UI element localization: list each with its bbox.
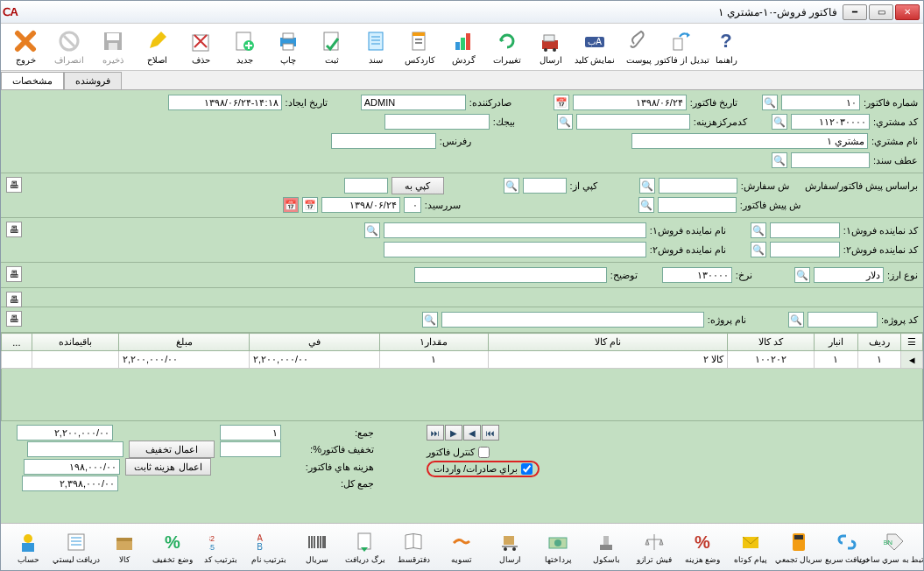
toolbar-doc[interactable]: سند (355, 25, 397, 68)
col-name[interactable]: نام کالا (488, 334, 727, 351)
export-import-check[interactable]: براي صادرات/ واردات (427, 461, 540, 477)
cell-remain[interactable] (32, 351, 118, 369)
desc-field[interactable] (414, 267, 607, 283)
cell-more[interactable] (2, 351, 32, 369)
apply-cost-button[interactable]: اعمال هزينه ثابت (125, 458, 211, 476)
section-print-icon-5[interactable]: 🖶 (6, 311, 22, 327)
bottom-goods[interactable]: کالا (101, 528, 148, 566)
bottom-by-name[interactable]: ABبترتيب نام (245, 528, 293, 566)
tab-seller[interactable]: فروشنده (64, 72, 122, 89)
rep2-code-field[interactable] (770, 242, 840, 257)
bottom-cost-status[interactable]: %وضع هزينه (679, 528, 726, 566)
toolbar-delete[interactable]: حذف (180, 25, 222, 68)
bottom-payments[interactable]: پرداختها (534, 528, 582, 566)
rate-field[interactable] (662, 267, 732, 283)
col-wh[interactable]: انبار (815, 334, 858, 351)
window-minimize-button[interactable]: ━ (843, 4, 867, 20)
bottom-scale[interactable]: باسکول (582, 528, 630, 566)
rep1-code-field[interactable] (770, 222, 840, 238)
toolbar-showkey[interactable]: Aبنمايش کليد (574, 25, 616, 68)
nav-first[interactable]: ⏮ (482, 425, 499, 441)
rep1-code-lookup[interactable]: 🔍 (751, 222, 766, 238)
cell-qty1[interactable]: ۱ (379, 351, 488, 369)
check-field[interactable] (384, 114, 490, 130)
bottom-agg-serial[interactable]: سريال تجمعي (775, 528, 822, 566)
due-date-picker1[interactable]: 📅 (302, 197, 318, 213)
col-qty1[interactable]: مقدار۱ (379, 334, 488, 351)
col-code[interactable]: کد کالا (727, 334, 814, 351)
bottom-disc-status[interactable]: %وضع تخفيف (149, 528, 196, 566)
cost-center-field[interactable] (576, 114, 690, 130)
cell-code[interactable]: ۱۰۰۲۰۲ (727, 351, 814, 369)
toolbar-send[interactable]: ارسال (530, 25, 572, 68)
toolbar-new[interactable]: جديد (223, 25, 265, 68)
toolbar-cancel[interactable]: انصراف (48, 25, 90, 68)
bottom-recv-list[interactable]: دريافت ليستي (53, 528, 100, 566)
invoice-date-field[interactable] (573, 95, 687, 110)
project-code-field[interactable] (808, 312, 878, 328)
cell-wh[interactable]: ۱ (815, 351, 858, 369)
col-price[interactable]: في (249, 334, 379, 351)
rep2-name-field[interactable] (384, 242, 646, 257)
invoice-no-lookup[interactable]: 🔍 (762, 95, 778, 110)
currency-field[interactable] (814, 267, 884, 283)
ctrl-invoice-check[interactable]: کنترل فاکتور (427, 447, 490, 458)
col-more[interactable]: ... (2, 334, 32, 351)
docref-field[interactable] (791, 152, 870, 168)
cell-name[interactable]: کالا ۲ (488, 351, 727, 369)
bottom-sms[interactable]: پيام کوتاه (727, 528, 774, 566)
items-grid[interactable]: ☰ رديف انبار کد کالا نام کالا مقدار۱ في … (1, 333, 923, 421)
project-name-lookup[interactable]: 🔍 (422, 312, 438, 328)
bottom-balance[interactable]: فيش ترازو (631, 528, 678, 566)
toolbar-changes[interactable]: تغييرات (486, 25, 528, 68)
due-date-picker2[interactable]: 📅 (283, 197, 299, 213)
toolbar-register[interactable]: ثبت (311, 25, 353, 68)
nav-prev[interactable]: ◀ (463, 425, 481, 441)
order-no-field[interactable] (659, 178, 737, 194)
row-indicator[interactable]: ◄ (901, 351, 923, 369)
bottom-by-code[interactable]: 3245بترتيب کد (197, 528, 244, 566)
section-print-icon-2[interactable]: 🖶 (6, 222, 22, 237)
cell-amount[interactable]: ۲,۲۰۰,۰۰۰/۰۰ (119, 351, 250, 369)
bottom-related[interactable]: BNمرتبط به سري ساخت (871, 528, 919, 566)
due-days-field[interactable] (404, 197, 421, 213)
section-print-icon-3[interactable]: 🖶 (6, 266, 22, 282)
customer-name-field[interactable] (631, 133, 868, 149)
order-no-lookup[interactable]: 🔍 (639, 178, 655, 194)
window-close-button[interactable]: ✕ (895, 4, 920, 20)
customer-code-field[interactable] (791, 114, 870, 130)
due-date-field[interactable] (321, 197, 400, 213)
toolbar-convert[interactable]: تبديل از فاکتور (661, 25, 703, 68)
docref-lookup[interactable]: 🔍 (772, 152, 787, 168)
cost-center-lookup[interactable]: 🔍 (557, 114, 573, 130)
invoice-no-field[interactable] (781, 95, 860, 110)
toolbar-attach[interactable]: پيوست (617, 25, 659, 68)
apply-discount-button[interactable]: اعمال تخفيف (129, 441, 215, 458)
bottom-settle[interactable]: تسويه (438, 528, 485, 566)
bottom-recv-sheet[interactable]: برگ دريافت (342, 528, 389, 566)
nav-next[interactable]: ▶ (445, 425, 462, 441)
toolbar-exit[interactable]: خروج (4, 25, 46, 68)
window-maximize-button[interactable]: ▭ (869, 4, 893, 20)
copy-from-field[interactable] (523, 178, 567, 194)
currency-lookup[interactable]: 🔍 (794, 267, 810, 283)
ref-field[interactable] (331, 133, 436, 149)
col-row[interactable]: رديف (857, 334, 901, 351)
toolbar-save[interactable]: ذخيره (92, 25, 134, 68)
section-print-icon[interactable]: 🖶 (6, 177, 22, 193)
invoice-date-picker[interactable]: 📅 (554, 95, 569, 110)
bottom-fast-recv[interactable]: دريافت سريع (823, 528, 871, 566)
preinvoice-field[interactable] (658, 197, 737, 213)
toolbar-kardex[interactable]: کاردکس (399, 25, 441, 68)
customer-code-lookup[interactable]: 🔍 (772, 114, 787, 130)
toolbar-help[interactable]: ?راهنما (705, 25, 747, 68)
project-code-lookup[interactable]: 🔍 (788, 312, 804, 328)
bottom-account[interactable]: حساب (4, 528, 52, 566)
discount-amt-field[interactable] (27, 441, 123, 457)
grid-menu-icon[interactable]: ☰ (901, 334, 923, 351)
cell-price[interactable]: ۲,۲۰۰,۰۰۰/۰۰ (249, 351, 379, 369)
col-remain[interactable]: باقيمانده (32, 334, 118, 351)
toolbar-edit[interactable]: اصلاح (136, 25, 178, 68)
copy-to-field[interactable] (344, 178, 388, 194)
toolbar-print[interactable]: چاپ (267, 25, 309, 68)
